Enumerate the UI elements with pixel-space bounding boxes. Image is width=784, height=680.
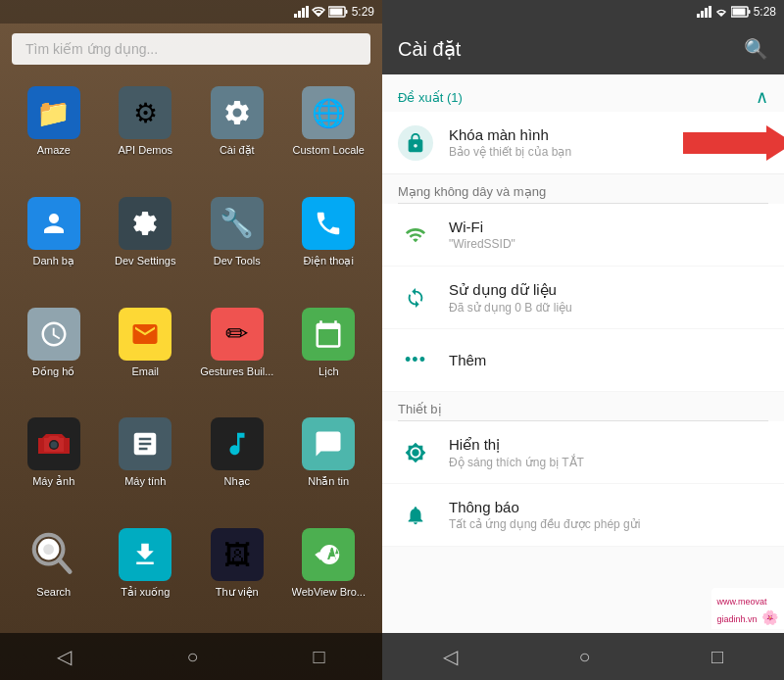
lock-icon-container — [398, 125, 433, 161]
setting-du-lieu[interactable]: Sử dụng dữ liệu Đã sử dụng 0 B dữ liệu — [382, 267, 784, 329]
app-item-dev-settings[interactable]: Dev Settings — [100, 187, 192, 298]
home-button-left[interactable]: ○ — [186, 646, 198, 668]
app-label-dev-tools: Dev Tools — [214, 255, 261, 267]
signal-icon — [294, 6, 309, 18]
app-item-dien-thoai[interactable]: Điện thoại — [283, 187, 375, 298]
app-item-api-demos[interactable]: ⚙API Demos — [100, 76, 192, 187]
svg-rect-14 — [701, 11, 704, 18]
thong-bao-name: Thông báo — [449, 499, 768, 515]
nav-bar-right: ◁ ○ □ — [382, 633, 784, 680]
app-label-nhan-tin: Nhắn tin — [308, 475, 349, 488]
hien-thi-desc: Độ sáng thích ứng bị TẮT — [449, 456, 768, 469]
du-lieu-desc: Đã sử dụng 0 B dữ liệu — [449, 301, 768, 315]
svg-point-12 — [43, 544, 54, 555]
app-label-nhac: Nhạc — [223, 475, 250, 488]
app-item-cai-dat[interactable]: Cài đặt — [191, 76, 283, 187]
app-icon-danh-ba — [27, 197, 80, 250]
app-item-custom-locale[interactable]: 🌐Custom Locale — [283, 76, 375, 187]
hien-thi-name: Hiển thị — [449, 436, 768, 454]
recent-button-left[interactable]: □ — [313, 646, 324, 668]
app-label-dien-thoai: Điện thoại — [304, 255, 354, 267]
app-item-amaze[interactable]: 📁Amaze — [8, 76, 100, 187]
settings-title: Cài đặt — [398, 37, 461, 61]
home-button-right[interactable]: ○ — [578, 646, 590, 668]
app-item-nhan-tin[interactable]: Nhắn tin — [283, 408, 375, 518]
section-de-xuat: Đề xuất (1) ∧ — [382, 74, 784, 112]
app-item-may-tinh[interactable]: Máy tính — [100, 408, 192, 518]
app-label-may-tinh: Máy tính — [124, 475, 166, 487]
app-label-thu-vien: Thư viện — [216, 586, 259, 599]
thong-bao-text: Thông báo Tất cả ứng dụng đều được phép … — [449, 499, 768, 531]
wifi-icon — [405, 224, 426, 246]
app-item-dev-tools[interactable]: 🔧Dev Tools — [191, 187, 283, 298]
bell-icon-container — [398, 498, 433, 533]
app-icon-nhac — [211, 417, 264, 470]
app-search-bar[interactable]: Tìm kiếm ứng dụng... — [12, 33, 370, 65]
app-icon-dev-tools: 🔧 — [211, 197, 264, 250]
search-placeholder: Tìm kiếm ứng dụng... — [25, 41, 158, 57]
recent-button-right[interactable]: □ — [711, 646, 723, 668]
svg-rect-6 — [329, 9, 342, 16]
app-label-dev-settings: Dev Settings — [115, 255, 175, 267]
app-item-gestures[interactable]: ✏Gestures Buil... — [191, 298, 283, 409]
wifi-status-icon-right — [714, 6, 728, 18]
app-label-dong-ho: Đồng hồ — [32, 365, 74, 378]
app-label-amaze: Amaze — [37, 144, 71, 156]
left-panel: 5:29 Tìm kiếm ứng dụng... 📁Amaze⚙API Dem… — [0, 0, 382, 680]
app-icon-api-demos: ⚙ — [119, 86, 172, 139]
wifi-status-icon — [312, 6, 325, 18]
app-item-lich[interactable]: Lịch — [283, 298, 375, 409]
setting-hien-thi[interactable]: Hiển thị Độ sáng thích ứng bị TẮT — [382, 421, 784, 484]
them-text: Thêm — [449, 352, 768, 368]
app-label-gestures: Gestures Buil... — [200, 365, 273, 377]
battery-icon — [328, 6, 348, 18]
watermark: www.meovatgiadinh.vn 🌸 — [711, 588, 785, 629]
section-mang-title: Mạng không dây và mạng — [382, 174, 784, 203]
collapse-icon[interactable]: ∧ — [756, 86, 768, 108]
back-button-right[interactable]: ◁ — [443, 645, 458, 668]
back-button-left[interactable]: ◁ — [57, 645, 72, 668]
svg-rect-19 — [732, 9, 745, 16]
app-item-danh-ba[interactable]: Danh bạ — [8, 187, 100, 298]
app-icon-may-tinh — [119, 417, 172, 470]
app-label-tai-xuong: Tải xuống — [121, 586, 170, 599]
app-icon-tai-xuong — [119, 528, 172, 581]
app-label-email: Email — [131, 365, 159, 377]
app-item-webview[interactable]: WebView Bro... — [283, 518, 375, 629]
app-item-email[interactable]: Email — [100, 298, 192, 409]
du-lieu-name: Sử dụng dữ liệu — [449, 281, 768, 299]
wifi-icon-container — [398, 218, 433, 253]
khoa-man-hinh-desc: Bảo vệ thiết bị của bạn — [449, 145, 743, 159]
app-icon-nhan-tin — [302, 417, 355, 470]
app-item-search[interactable]: Search — [8, 518, 100, 629]
setting-wifi[interactable]: Wi-Fi "WiredSSID" — [382, 204, 784, 267]
signal-icon-right — [697, 6, 711, 18]
app-label-api-demos: API Demos — [118, 144, 172, 156]
app-item-tai-xuong[interactable]: Tải xuống — [100, 518, 192, 629]
app-item-dong-ho[interactable]: Đồng hồ — [8, 298, 100, 409]
setting-thong-bao[interactable]: Thông báo Tất cả ứng dụng đều được phép … — [382, 484, 784, 547]
svg-rect-5 — [345, 10, 347, 14]
app-icon-cai-dat — [211, 86, 264, 139]
more-options-icon[interactable]: ⋮ — [743, 128, 768, 158]
sync-icon — [405, 287, 426, 309]
brightness-icon — [405, 442, 426, 463]
status-bar-right: 5:28 — [382, 0, 784, 24]
svg-rect-2 — [302, 8, 305, 18]
setting-them[interactable]: ••• Thêm — [382, 329, 784, 392]
app-item-nhac[interactable]: Nhạc — [191, 408, 283, 518]
search-icon-settings[interactable]: 🔍 — [744, 37, 768, 61]
left-time: 5:29 — [352, 5, 374, 19]
app-item-may-anh[interactable]: Máy ảnh — [8, 408, 100, 518]
app-label-lich: Lịch — [318, 365, 339, 378]
app-label-danh-ba: Danh bạ — [33, 255, 74, 267]
setting-khoa-man-hinh[interactable]: Khóa màn hình Bảo vệ thiết bị của bạn ⋮ — [382, 112, 784, 174]
app-icon-thu-vien: 🖼 — [211, 528, 264, 581]
app-icon-search — [27, 528, 80, 581]
app-icon-gestures: ✏ — [211, 308, 264, 361]
wifi-text: Wi-Fi "WiredSSID" — [449, 219, 768, 251]
section-de-xuat-title: Đề xuất (1) — [398, 90, 463, 105]
app-item-thu-vien[interactable]: 🖼Thư viện — [191, 518, 283, 629]
app-icon-amaze: 📁 — [27, 86, 80, 139]
them-name: Thêm — [449, 352, 768, 368]
